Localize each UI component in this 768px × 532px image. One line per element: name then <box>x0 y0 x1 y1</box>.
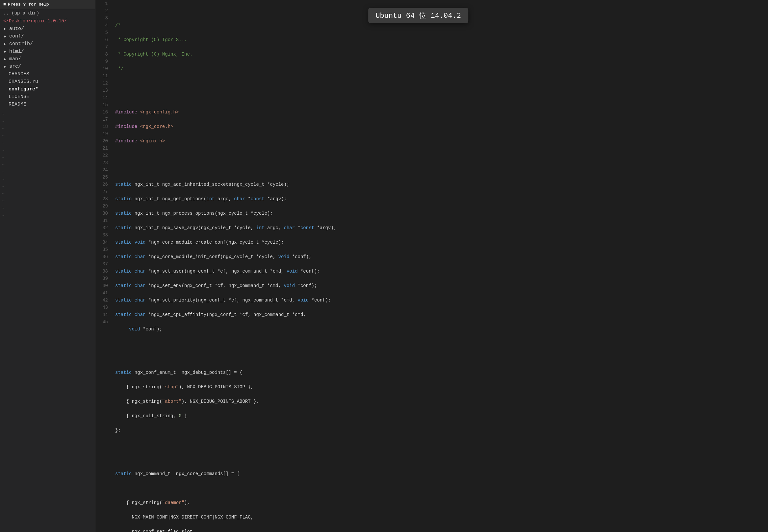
code-line-37: ngx_conf_set_flag_slot, <box>115 528 768 532</box>
code-line-33: static ngx_command_t ngx_core_commands[]… <box>115 470 768 477</box>
code-line-15: static ngx_int_t ngx_process_options(ngx… <box>115 210 768 217</box>
folder-arrow-conf: ▶ <box>4 34 8 38</box>
code-line-29: { ngx_null_string, 0 } <box>115 412 768 420</box>
sidebar-item-auto[interactable]: ▶ auto/ <box>0 25 95 33</box>
sidebar-item-configure[interactable]: configure* <box>0 85 95 93</box>
code-line-12 <box>115 166 768 174</box>
folder-arrow-src: ▶ <box>4 64 8 69</box>
code-line-27: { ngx_string("stop"), NGX_DEBUG_POINTS_S… <box>115 383 768 391</box>
code-line-28: { ngx_string("abort"), NGX_DEBUG_POINTS_… <box>115 398 768 405</box>
sidebar-header: ■ Press ? for help <box>0 0 95 9</box>
folder-label-contrib: contrib/ <box>9 41 33 47</box>
folder-arrow-man: ▶ <box>4 57 8 61</box>
sidebar-item-conf[interactable]: ▶ conf/ <box>0 33 95 40</box>
empty-markers: ~~~~~ ~~~~~ ~~~~~ <box>0 111 95 219</box>
folder-label-auto: auto/ <box>9 26 24 32</box>
file-label-readme: README <box>9 102 26 107</box>
sidebar-item-src[interactable]: ▶ src/ <box>0 63 95 70</box>
folder-arrow-contrib: ▶ <box>4 42 8 46</box>
sidebar: ■ Press ? for help .. (up a dir) </Deskt… <box>0 0 95 532</box>
folder-label-man: man/ <box>9 56 21 62</box>
code-line-32 <box>115 456 768 463</box>
code-line-17: static void *ngx_core_module_create_conf… <box>115 239 768 246</box>
code-container: 1 2 3 4 5 6 7 8 9 10 11 12 13 14 15 16 1… <box>95 0 768 532</box>
code-line-20: static char *ngx_set_env(ngx_conf_t *cf,… <box>115 282 768 289</box>
folder-arrow-html: ▶ <box>4 49 8 54</box>
code-line-18: static char *ngx_core_module_init_conf(n… <box>115 253 768 260</box>
sidebar-item-man[interactable]: ▶ man/ <box>0 55 95 63</box>
breadcrumb: </Desktop/nginx-1.0.15/ <box>0 17 95 25</box>
editor-panel: Ubuntu 64 位 14.04.2 1 2 3 4 5 6 7 8 9 10… <box>95 0 768 532</box>
sidebar-item-readme[interactable]: README <box>0 101 95 108</box>
folder-label-src: src/ <box>9 64 21 69</box>
code-line-16: static ngx_int_t ngx_save_argv(ngx_cycle… <box>115 224 768 231</box>
file-label-configure: configure* <box>9 86 38 92</box>
up-dir[interactable]: .. (up a dir) <box>0 9 95 17</box>
code-line-6 <box>115 80 768 87</box>
code-line-8: #include <ngx_config.h> <box>115 109 768 116</box>
code-line-34 <box>115 485 768 492</box>
folder-arrow-auto: ▶ <box>4 27 8 31</box>
code-line-7 <box>115 94 768 101</box>
code-line-5: */ <box>115 65 768 72</box>
sidebar-item-contrib[interactable]: ▶ contrib/ <box>0 40 95 48</box>
code-line-30: }; <box>115 427 768 434</box>
code-line-14: static ngx_int_t ngx_get_options(int arg… <box>115 195 768 203</box>
sidebar-item-html[interactable]: ▶ html/ <box>0 48 95 55</box>
code-line-13: static ngx_int_t ngx_add_inherited_socke… <box>115 181 768 188</box>
code-line-3: * Copyright (C) Igor S... <box>115 36 768 43</box>
file-label-license: LICENSE <box>9 94 29 100</box>
sidebar-item-changes-ru[interactable]: CHANGES.ru <box>0 78 95 85</box>
code-line-24 <box>115 340 768 347</box>
code-line-31 <box>115 441 768 448</box>
code-line-26: static ngx_conf_enum_t ngx_debug_points[… <box>115 369 768 376</box>
file-label-changes: CHANGES <box>9 71 29 77</box>
code-line-10: #include <nginx.h> <box>115 137 768 145</box>
code-line-25 <box>115 354 768 362</box>
code-line-23: void *conf); <box>115 326 768 333</box>
code-line-9: #include <ngx_core.h> <box>115 123 768 130</box>
file-label-changes-ru: CHANGES.ru <box>9 79 38 85</box>
code-line-1 <box>115 7 768 14</box>
line-numbers: 1 2 3 4 5 6 7 8 9 10 11 12 13 14 15 16 1… <box>95 0 112 532</box>
code-line-21: static char *ngx_set_priority(ngx_conf_t… <box>115 297 768 304</box>
code-line-35: { ngx_string("daemon"), <box>115 499 768 506</box>
sidebar-item-license[interactable]: LICENSE <box>0 93 95 101</box>
sidebar-header-label: Press ? for help <box>8 2 49 7</box>
folder-label-html: html/ <box>9 49 24 54</box>
code-line-19: static char *ngx_set_user(ngx_conf_t *cf… <box>115 268 768 275</box>
code-content[interactable]: /* * Copyright (C) Igor S... * Copyright… <box>112 0 768 532</box>
code-line-4: * Copyright (C) Nginx, Inc. <box>115 51 768 58</box>
question-mark-icon: ■ <box>3 2 6 7</box>
folder-label-conf: conf/ <box>9 34 24 39</box>
code-line-36: NGX_MAIN_CONF|NGX_DIRECT_CONF|NGX_CONF_F… <box>115 514 768 521</box>
code-line-2: /* <box>115 22 768 29</box>
code-line-22: static char *ngx_set_cpu_affinity(ngx_co… <box>115 311 768 318</box>
code-line-11 <box>115 152 768 159</box>
sidebar-item-changes[interactable]: CHANGES <box>0 70 95 78</box>
